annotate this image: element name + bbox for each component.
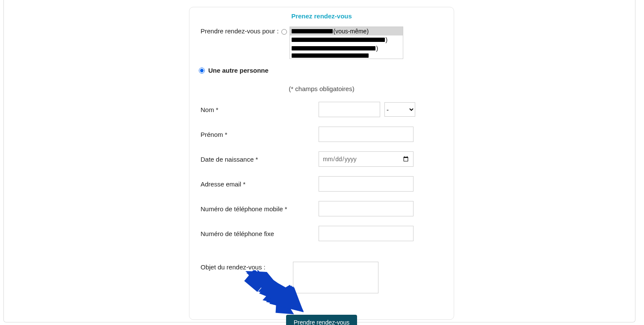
- list-item[interactable]: ): [290, 44, 403, 53]
- submit-row: Prendre rendez-vous: [199, 315, 444, 325]
- list-item[interactable]: (vous-même): [290, 27, 403, 35]
- field-prenom: Prénom *: [199, 127, 444, 142]
- redacted-text: [292, 38, 385, 42]
- field-fixe: Numéro de téléphone fixe: [199, 226, 444, 241]
- field-email: Adresse email *: [199, 176, 444, 192]
- input-dob[interactable]: [319, 151, 414, 167]
- radio-other-person[interactable]: [199, 68, 205, 74]
- input-prenom[interactable]: [319, 127, 414, 142]
- appointment-card: Prenez rendez-vous Prendre rendez-vous p…: [189, 7, 454, 320]
- input-email[interactable]: [319, 176, 414, 192]
- list-item[interactable]: ): [290, 35, 403, 44]
- appointment-for-row: Prendre rendez-vous pour : (vous-même) )…: [201, 27, 444, 59]
- submit-button[interactable]: Prendre rendez-vous: [286, 315, 357, 325]
- input-nom[interactable]: [319, 102, 380, 117]
- field-mobile: Numéro de téléphone mobile *: [199, 201, 444, 216]
- redacted-text: [292, 46, 375, 50]
- field-objet: Objet du rendez-vous :: [199, 262, 444, 293]
- label-email: Adresse email *: [199, 180, 319, 188]
- label-mobile: Numéro de téléphone mobile *: [199, 205, 319, 213]
- label-fixe: Numéro de téléphone fixe: [199, 230, 319, 237]
- field-nom: Nom * -: [199, 102, 444, 117]
- list-item-close: ): [386, 36, 388, 43]
- select-title[interactable]: -: [384, 102, 415, 117]
- label-nom: Nom *: [199, 106, 319, 113]
- mandatory-note: (* champs obligatoires): [199, 85, 444, 92]
- textarea-objet[interactable]: [293, 262, 378, 293]
- list-item-close: ): [376, 45, 378, 52]
- redacted-text: [292, 53, 369, 58]
- redacted-text: [292, 29, 333, 33]
- label-prenom: Prénom *: [199, 131, 319, 138]
- person-listbox[interactable]: (vous-même) ) ): [290, 27, 403, 59]
- appointment-for-label: Prendre rendez-vous pour :: [201, 27, 279, 35]
- card-title: Prenez rendez-vous: [199, 12, 444, 20]
- input-mobile[interactable]: [319, 201, 414, 216]
- other-person-row: Une autre personne: [199, 67, 444, 74]
- other-person-label: Une autre personne: [208, 67, 269, 74]
- list-item[interactable]: [290, 53, 403, 59]
- input-fixe[interactable]: [319, 226, 414, 241]
- field-dob: Date de naissance *: [199, 151, 444, 167]
- list-item-suffix: (vous-même): [334, 28, 369, 35]
- label-dob: Date de naissance *: [199, 156, 319, 163]
- radio-existing-person[interactable]: [281, 29, 287, 35]
